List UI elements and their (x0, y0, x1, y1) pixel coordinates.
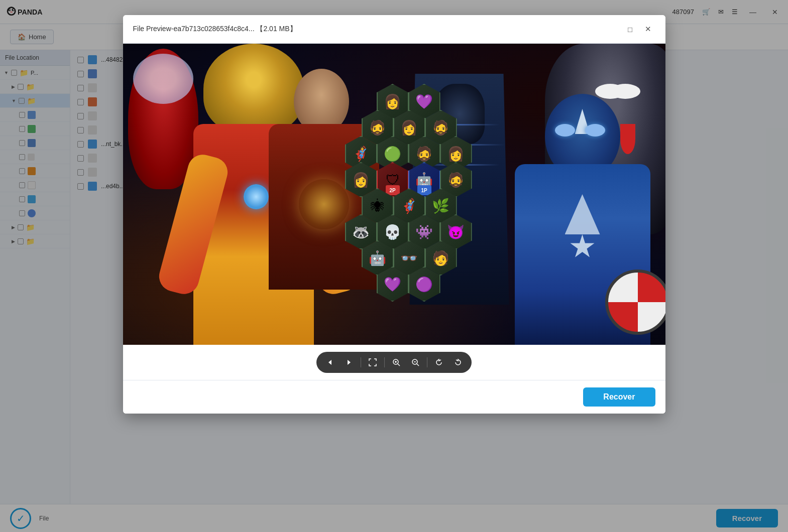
badge-2p: 2P (386, 185, 400, 195)
file-preview-modal: File Preview-ea7b713c028653f4c8c4... 【2.… (123, 15, 665, 414)
badge-1p: 1P (417, 185, 431, 195)
modal-overlay: File Preview-ea7b713c028653f4c8c4... 【2.… (0, 0, 788, 532)
svg-marker-8 (328, 360, 331, 365)
modal-close-button[interactable]: ✕ (641, 22, 655, 36)
modal-maximize-button[interactable]: □ (623, 22, 637, 36)
modal-title-buttons: □ ✕ (623, 22, 655, 36)
rotate-ccw-button[interactable] (451, 355, 466, 370)
zoom-in-button[interactable] (389, 355, 404, 370)
toolbar-group (316, 352, 472, 373)
modal-file-size: 【2.01 MB】 (256, 25, 296, 33)
toolbar-divider (427, 357, 427, 367)
modal-title-bar: File Preview-ea7b713c028653f4c8c4... 【2.… (123, 15, 665, 44)
svg-line-16 (417, 364, 419, 366)
captain-figure (505, 94, 655, 345)
modal-title-text: File Preview-ea7b713c028653f4c8c4... (133, 25, 255, 33)
app-window: PANDA 487097 🛒 ✉ ☰ — ✕ 🏠 Home File Locat… (0, 0, 788, 532)
recover-button-modal[interactable]: Recover (583, 387, 655, 407)
rotate-cw-button[interactable] (431, 355, 446, 370)
fullscreen-button[interactable] (365, 355, 380, 370)
preview-artwork: 👩 💜 🧔 👩 🧔 🦸 🟢 🧔 👩 👩 (123, 44, 665, 345)
modal-image-toolbar (123, 345, 665, 380)
zoom-out-button[interactable] (408, 355, 423, 370)
modal-image-area: 👩 💜 🧔 👩 🧔 🦸 🟢 🧔 👩 👩 (123, 44, 665, 345)
modal-bottom: Recover (123, 380, 665, 414)
hex-grid: 👩 💜 🧔 👩 🧔 🦸 🟢 🧔 👩 👩 (334, 84, 505, 345)
modal-title: File Preview-ea7b713c028653f4c8c4... 【2.… (133, 25, 297, 34)
next-button[interactable] (342, 355, 357, 370)
prev-button[interactable] (322, 355, 337, 370)
toolbar-divider (361, 357, 361, 367)
svg-line-13 (398, 364, 400, 366)
svg-marker-9 (348, 360, 351, 365)
toolbar-divider (384, 357, 385, 367)
